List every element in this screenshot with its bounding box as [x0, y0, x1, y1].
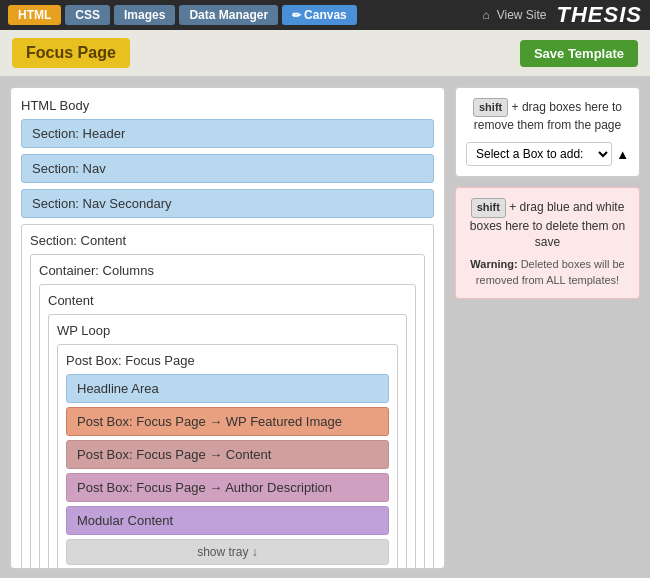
- section-header[interactable]: Section: Header: [21, 119, 434, 148]
- html-body-label: HTML Body: [21, 98, 434, 113]
- save-template-button[interactable]: Save Template: [520, 40, 638, 67]
- container-columns-label: Container: Columns: [39, 263, 416, 278]
- canvas-pencil-icon: [292, 8, 304, 22]
- shift-badge-1: shift: [473, 98, 508, 117]
- select-box-row: Select a Box to add: ▲: [466, 142, 629, 166]
- tab-images[interactable]: Images: [114, 5, 175, 25]
- left-panel: HTML Body Section: Header Section: Nav S…: [10, 87, 445, 569]
- select-box-dropdown[interactable]: Select a Box to add:: [466, 142, 612, 166]
- drag-remove-text: shift + drag boxes here to remove them f…: [466, 98, 629, 134]
- container-columns: Container: Columns Content WP Loop Post …: [30, 254, 425, 569]
- post-box-author-item[interactable]: Post Box: Focus Page → Author Descriptio…: [66, 473, 389, 502]
- warning-text: Warning: Deleted boxes will be removed f…: [466, 257, 629, 288]
- section-content: Section: Content Container: Columns Cont…: [21, 224, 434, 569]
- content-label: Content: [48, 293, 407, 308]
- show-tray-button[interactable]: show tray ↓: [66, 539, 389, 565]
- right-panel: shift + drag boxes here to remove them f…: [455, 87, 640, 569]
- wp-loop-label: WP Loop: [57, 323, 398, 338]
- drag-remove-card: shift + drag boxes here to remove them f…: [455, 87, 640, 177]
- tab-canvas[interactable]: Canvas: [282, 5, 357, 25]
- nav-tabs: HTML CSS Images Data Manager Canvas: [8, 5, 357, 25]
- drag-delete-card: shift + drag blue and white boxes here t…: [455, 187, 640, 299]
- post-box-container: Post Box: Focus Page Headline Area Post …: [57, 344, 398, 569]
- home-icon: [482, 8, 492, 22]
- warning-label: Warning:: [470, 258, 517, 270]
- tab-data-manager[interactable]: Data Manager: [179, 5, 278, 25]
- view-site-link[interactable]: View Site: [482, 8, 546, 22]
- focus-page-button[interactable]: Focus Page: [12, 38, 130, 68]
- main-content: HTML Body Section: Header Section: Nav S…: [0, 77, 650, 578]
- headline-area-item[interactable]: Headline Area: [66, 374, 389, 403]
- tab-html[interactable]: HTML: [8, 5, 61, 25]
- content-box: Content WP Loop Post Box: Focus Page Hea…: [39, 284, 416, 569]
- post-box-featured-item[interactable]: Post Box: Focus Page → WP Featured Image: [66, 407, 389, 436]
- page-header: Focus Page Save Template: [0, 30, 650, 77]
- top-nav: HTML CSS Images Data Manager Canvas View…: [0, 0, 650, 30]
- wp-loop-box: WP Loop Post Box: Focus Page Headline Ar…: [48, 314, 407, 569]
- section-nav[interactable]: Section: Nav: [21, 154, 434, 183]
- thesis-logo: THESIS: [557, 2, 642, 28]
- post-box-label: Post Box: Focus Page: [66, 353, 389, 368]
- nav-right: View Site THESIS: [482, 2, 642, 28]
- modular-content-item[interactable]: Modular Content: [66, 506, 389, 535]
- section-content-label: Section: Content: [30, 233, 425, 248]
- post-box-content-item[interactable]: Post Box: Focus Page → Content: [66, 440, 389, 469]
- tab-css[interactable]: CSS: [65, 5, 110, 25]
- drag-delete-text: shift + drag blue and white boxes here t…: [466, 198, 629, 251]
- view-site-label: View Site: [497, 8, 547, 22]
- section-nav-secondary[interactable]: Section: Nav Secondary: [21, 189, 434, 218]
- dropdown-arrow-icon: ▲: [616, 147, 629, 162]
- shift-badge-2: shift: [471, 198, 506, 217]
